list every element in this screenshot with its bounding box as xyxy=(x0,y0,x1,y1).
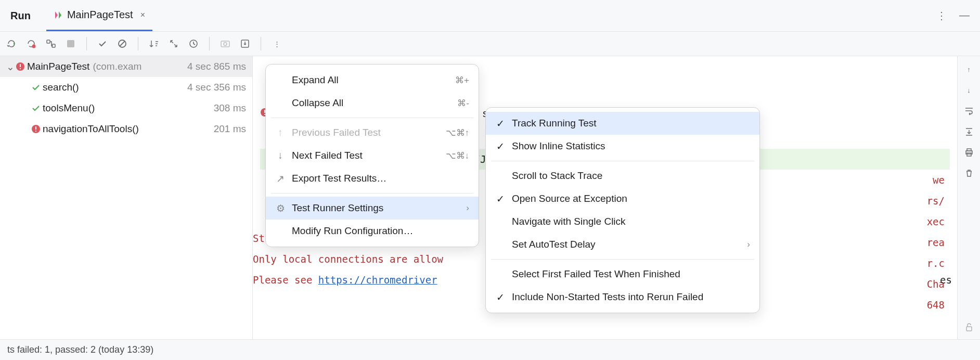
menu-next-failed[interactable]: ↓Next Failed Test⌥⌘↓ xyxy=(266,144,479,167)
panel-name: Run xyxy=(10,10,31,22)
test-row[interactable]: navigationToAllTools() 201 ms xyxy=(0,119,252,139)
svg-rect-3 xyxy=(67,40,74,47)
menu-navigate-single[interactable]: Navigate with Single Click xyxy=(486,210,759,233)
sort-icon[interactable] xyxy=(148,37,160,50)
svg-line-5 xyxy=(120,41,125,46)
tree-root-row[interactable]: ⌄ MainPageTest (com.exam 4 sec 865 ms xyxy=(0,56,252,77)
svg-rect-20 xyxy=(967,149,971,151)
menu-autotest-delay[interactable]: Set AutoTest Delay› xyxy=(486,233,759,256)
test-tree: ⌄ MainPageTest (com.exam 4 sec 865 ms se… xyxy=(0,56,253,339)
svg-rect-11 xyxy=(20,64,21,67)
menu-open-source[interactable]: ✓Open Source at Exception xyxy=(486,187,759,210)
export-icon: ↗ xyxy=(275,173,286,185)
test-name: search() xyxy=(43,82,79,93)
print-icon[interactable] xyxy=(963,147,975,158)
minimize-icon[interactable]: — xyxy=(959,9,970,22)
history-icon[interactable] xyxy=(187,37,200,50)
svg-point-0 xyxy=(32,45,36,48)
test-name: navigationToAllTools() xyxy=(43,123,139,135)
gear-icon: ⚙ xyxy=(275,202,286,214)
toggle-auto-test-icon[interactable] xyxy=(45,37,57,50)
menu-select-first-failed[interactable]: Select First Failed Test When Finished xyxy=(486,263,759,286)
lock-icon[interactable] xyxy=(963,322,975,333)
more-icon[interactable]: ⋮ xyxy=(270,37,283,50)
svg-rect-22 xyxy=(966,327,972,331)
check-icon: ✓ xyxy=(495,118,506,130)
menu-modify-run-config[interactable]: Modify Run Configuration… xyxy=(266,220,479,242)
tab-label: MainPageTest xyxy=(67,9,133,21)
status-fail-icon xyxy=(16,62,27,71)
rerun-icon[interactable] xyxy=(5,37,18,50)
run-config-icon xyxy=(54,10,63,20)
check-icon: ✓ xyxy=(495,291,506,303)
rerun-failed-icon[interactable] xyxy=(25,37,37,50)
tree-root-time: 4 sec 865 ms xyxy=(187,61,246,72)
show-passed-icon[interactable] xyxy=(96,37,109,50)
status-pass-icon xyxy=(31,104,43,113)
show-ignored-icon[interactable] xyxy=(116,37,128,50)
scroll-to-end-icon[interactable] xyxy=(963,126,975,137)
submenu-test-runner-settings: ✓Track Running Test ✓Show Inline Statist… xyxy=(485,107,760,313)
status-fail-icon xyxy=(31,124,43,134)
context-menu: Expand All⌘+ Collapse All⌘- ↑Previous Fa… xyxy=(265,64,479,247)
test-time: 4 sec 356 ms xyxy=(187,82,246,93)
clear-icon[interactable] xyxy=(963,168,975,179)
tab-close-icon[interactable]: × xyxy=(140,10,145,20)
test-row[interactable]: search() 4 sec 356 ms xyxy=(0,77,252,98)
test-name: toolsMenu() xyxy=(43,102,95,114)
import-icon[interactable] xyxy=(239,37,251,50)
menu-track-running[interactable]: ✓Track Running Test xyxy=(486,112,759,135)
caret-down-icon[interactable]: ⌄ xyxy=(6,61,16,73)
svg-rect-21 xyxy=(967,153,971,156)
tree-root-pkg: (com.exam xyxy=(93,61,187,72)
svg-rect-1 xyxy=(47,40,50,43)
console-frag: es xyxy=(940,269,952,290)
menu-inline-stats[interactable]: ✓Show Inline Statistics xyxy=(486,135,759,158)
svg-rect-15 xyxy=(35,131,36,132)
chevron-right-icon: › xyxy=(466,203,469,213)
menu-test-runner-settings[interactable]: ⚙Test Runner Settings› xyxy=(266,197,479,220)
more-vert-icon[interactable]: ⋮ xyxy=(936,9,947,22)
test-row[interactable]: toolsMenu() 308 ms xyxy=(0,98,252,119)
test-time: 308 ms xyxy=(214,102,246,114)
run-tab[interactable]: MainPageTest × xyxy=(46,0,152,31)
menu-scroll-stack[interactable]: Scroll to Stack Trace xyxy=(486,164,759,187)
check-icon: ✓ xyxy=(495,193,506,205)
menu-include-nonstarted[interactable]: ✓Include Non-Started Tests into Rerun Fa… xyxy=(486,286,759,308)
chevron-right-icon: › xyxy=(747,239,750,250)
svg-point-8 xyxy=(224,43,227,46)
arrow-down-icon: ↓ xyxy=(275,150,286,161)
toolbar: ⋮ xyxy=(0,31,980,56)
svg-rect-7 xyxy=(221,41,229,47)
stop-icon[interactable] xyxy=(65,37,77,50)
svg-rect-12 xyxy=(20,68,21,69)
svg-rect-14 xyxy=(35,126,36,130)
status-pass-icon xyxy=(31,83,43,92)
console-gutter: ↑ ↓ xyxy=(957,56,980,339)
menu-collapse-all[interactable]: Collapse All⌘- xyxy=(266,92,479,114)
check-icon: ✓ xyxy=(495,140,506,152)
arrow-up-icon: ↑ xyxy=(275,127,286,138)
down-arrow-icon[interactable]: ↓ xyxy=(963,84,975,96)
titlebar: Run MainPageTest × ⋮ — xyxy=(0,0,980,31)
menu-export[interactable]: ↗Export Test Results… xyxy=(266,167,479,190)
console-line: Please see xyxy=(253,274,318,286)
menu-expand-all[interactable]: Expand All⌘+ xyxy=(266,69,479,92)
tree-root-name: MainPageTest xyxy=(27,61,89,72)
menu-prev-failed: ↑Previous Failed Test⌥⌘↑ xyxy=(266,121,479,144)
status-text: ts failed: 1, passed: 2 (today 13:39) xyxy=(7,344,153,355)
expand-all-icon[interactable] xyxy=(167,37,180,50)
console-line: Only local connections are allow xyxy=(253,249,443,269)
console-link[interactable]: https://chromedriver xyxy=(318,274,437,286)
up-arrow-icon[interactable]: ↑ xyxy=(963,63,975,75)
screenshot-icon[interactable] xyxy=(219,37,231,50)
test-time: 201 ms xyxy=(214,123,246,135)
statusbar: ts failed: 1, passed: 2 (today 13:39) xyxy=(0,339,980,360)
soft-wrap-icon[interactable] xyxy=(963,105,975,117)
